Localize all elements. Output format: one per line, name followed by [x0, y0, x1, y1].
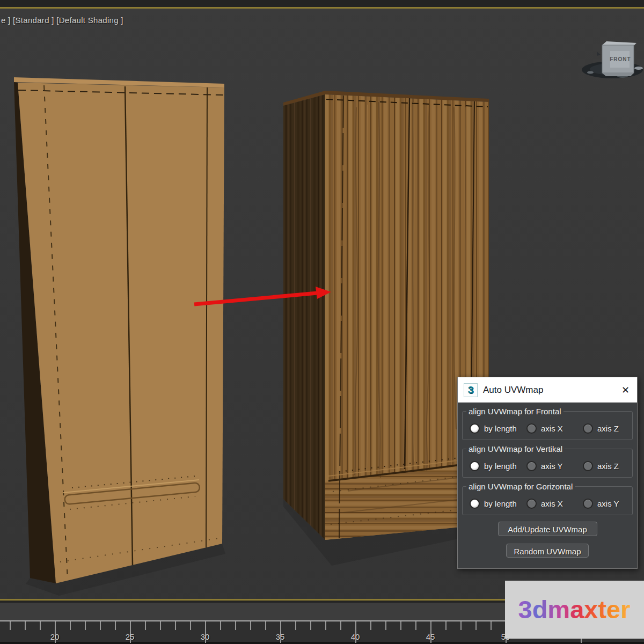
- radio-option-axis-z[interactable]: axis Z: [583, 461, 629, 471]
- close-icon[interactable]: ✕: [621, 384, 630, 396]
- radio-option-axis-y[interactable]: axis Y: [583, 499, 629, 509]
- left-wardrobe-untextured[interactable]: [14, 77, 224, 583]
- ruler-minor-tick: [25, 621, 26, 630]
- ruler-minor-tick: [491, 621, 492, 630]
- ruler-minor-tick: [415, 621, 416, 630]
- viewcube[interactable]: FRONT: [582, 41, 643, 78]
- watermark-logo: 3dmaxter: [505, 581, 644, 639]
- ruler-frame-label: 25: [126, 632, 135, 641]
- radio-option-axis-y[interactable]: axis Y: [526, 461, 583, 471]
- group-align-frontal: align UVWmap for Frontal by length axis …: [462, 411, 633, 440]
- viewcube-home-arrow-icon[interactable]: [597, 52, 601, 56]
- ruler-minor-tick: [220, 621, 221, 630]
- ruler-minor-tick: [70, 621, 71, 630]
- group-align-gorizontal: align UVWmap for Gorizontal by length ax…: [462, 486, 633, 515]
- ruler-minor-tick: [265, 621, 266, 630]
- viewcube-ring-highlight: [587, 71, 594, 74]
- ruler-minor-tick: [325, 621, 326, 630]
- ruler-minor-tick: [10, 621, 11, 630]
- ruler-minor-tick: [40, 621, 41, 630]
- radio-row: by length axis X axis Z: [470, 423, 629, 434]
- ruler-frame-label: 40: [351, 632, 360, 641]
- 3dsmax-viewport-screenshot: FRONT e ] [Standard ] [Default Shading ]…: [0, 0, 644, 644]
- 3dsmax-app-icon: 3: [464, 383, 478, 397]
- watermark-text: 3dmaxter: [518, 595, 631, 624]
- radio-option-axis-x[interactable]: axis X: [526, 423, 583, 434]
- ruler-minor-tick: [175, 621, 176, 630]
- radio-option-by-length[interactable]: by length: [470, 423, 526, 434]
- viewport-shading-label[interactable]: e ] [Standard ] [Default Shading ]: [1, 16, 123, 25]
- group-label: align UVWmap for Vertikal: [466, 444, 565, 454]
- ruler-frame-label: 45: [426, 632, 435, 641]
- viewcube-front-label[interactable]: FRONT: [610, 56, 631, 62]
- viewcube-ring-highlight: [634, 67, 643, 70]
- ruler-minor-tick: [85, 621, 86, 630]
- group-align-vertikal: align UVWmap for Vertikal by length axis…: [462, 449, 633, 478]
- radio-option-by-length[interactable]: by length: [470, 499, 526, 509]
- ruler-minor-tick: [385, 621, 386, 630]
- radio-icon[interactable]: [526, 499, 537, 509]
- dialog-titlebar[interactable]: 3 Auto UVWmap ✕: [458, 377, 637, 402]
- ruler-frame-label: 35: [276, 632, 285, 641]
- ruler-minor-tick: [400, 621, 401, 630]
- radio-option-axis-x[interactable]: axis X: [526, 499, 583, 509]
- radio-row: by length axis Y axis Z: [470, 461, 629, 471]
- dialog-title: Auto UVWmap: [483, 385, 543, 396]
- ruler-minor-tick: [310, 621, 311, 630]
- radio-option-by-length[interactable]: by length: [470, 461, 526, 471]
- ruler-minor-tick: [475, 621, 477, 630]
- radio-icon[interactable]: [526, 461, 537, 471]
- radio-option-axis-z[interactable]: axis Z: [583, 423, 629, 434]
- ruler-minor-tick: [115, 621, 116, 630]
- radio-icon[interactable]: [583, 461, 593, 471]
- ruler-minor-tick: [100, 621, 101, 630]
- add-update-uvwmap-button[interactable]: Add/Update UVWmap: [498, 522, 597, 536]
- ruler-minor-tick: [445, 621, 447, 630]
- radio-icon[interactable]: [470, 499, 480, 509]
- ruler-minor-tick: [340, 621, 341, 630]
- ruler-minor-tick: [250, 621, 251, 630]
- radio-icon[interactable]: [526, 423, 537, 434]
- group-label: align UVWmap for Frontal: [466, 406, 564, 416]
- ruler-minor-tick: [370, 621, 371, 630]
- radio-icon[interactable]: [583, 423, 593, 434]
- random-uvwmap-button[interactable]: Random UVWmap: [506, 544, 589, 558]
- radio-row: by length axis X axis Y: [470, 499, 629, 509]
- ruler-frame-label: 30: [201, 632, 210, 641]
- radio-icon[interactable]: [470, 423, 480, 434]
- group-label: align UVWmap for Gorizontal: [466, 481, 575, 492]
- ruler-minor-tick: [235, 621, 236, 630]
- top-accent-line: [0, 7, 644, 9]
- top-toolbar-strip: [0, 0, 644, 7]
- ruler-frame-label: 20: [50, 632, 60, 641]
- 3dmaxter-watermark: 3dmaxter: [505, 581, 644, 639]
- ruler-minor-tick: [295, 621, 296, 630]
- radio-icon[interactable]: [470, 461, 480, 471]
- ruler-minor-tick: [460, 621, 462, 630]
- auto-uvwmap-dialog: 3 Auto UVWmap ✕ align UVWmap for Frontal…: [457, 377, 638, 569]
- radio-icon[interactable]: [583, 499, 593, 509]
- ruler-minor-tick: [190, 621, 191, 630]
- ruler-minor-tick: [160, 621, 161, 630]
- ruler-minor-tick: [145, 621, 146, 630]
